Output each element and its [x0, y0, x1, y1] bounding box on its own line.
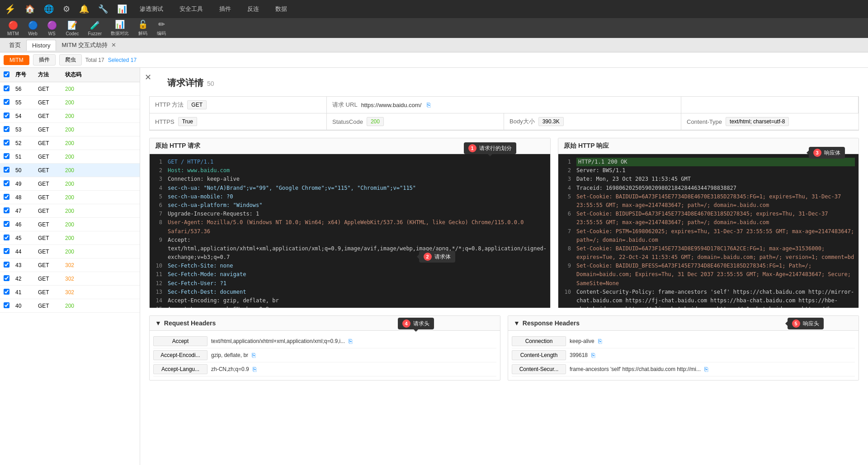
row-checkbox[interactable] — [4, 275, 9, 281]
row-method: GET — [35, 249, 62, 255]
code-line: 6sec-ch-ua-platform: "Windows" — [153, 201, 547, 210]
list-item[interactable]: 44 GET 200 — [0, 245, 140, 258]
row-checkbox[interactable] — [4, 235, 9, 240]
list-item[interactable]: 41 GET 302 — [0, 286, 140, 299]
request-code[interactable]: 1GET / HTTP/1.1 2Host: www.baidu.com 3Co… — [150, 154, 550, 308]
row-checkbox[interactable] — [4, 113, 9, 118]
row-method: GET — [35, 235, 62, 241]
response-headers-table: Connection keep-alive ⎘ Content-Length 3… — [508, 331, 859, 380]
nav-tools-icon[interactable]: 🔧 — [98, 4, 108, 14]
list-item[interactable]: 47 GET 200 — [0, 204, 140, 218]
url-copy-icon[interactable]: ⎘ — [427, 101, 430, 108]
filter-plugins[interactable]: 插件 — [33, 54, 56, 66]
copy-icon[interactable]: ⎘ — [253, 366, 256, 373]
nav-settings-icon[interactable]: ⚙ — [63, 4, 70, 14]
nav-reverse[interactable]: 反连 — [244, 3, 263, 15]
row-checkbox[interactable] — [4, 221, 9, 227]
list-item[interactable]: 52 GET 200 — [0, 136, 140, 150]
tool-data-compare[interactable]: 📊 数据对比 — [107, 19, 132, 38]
tab-history[interactable]: History — [26, 40, 56, 51]
tool-encode[interactable]: ✏ 编码 — [153, 19, 170, 38]
row-checkbox[interactable] — [4, 126, 9, 132]
code-line: 3Date: Mon, 23 Oct 2023 11:53:45 GMT — [562, 175, 855, 183]
list-item[interactable]: 43 GET 302 — [0, 258, 140, 272]
nav-pentest[interactable]: 渗透测试 — [136, 3, 167, 15]
list-item[interactable]: 53 GET 200 — [0, 123, 140, 136]
list-item[interactable]: 49 GET 200 — [0, 177, 140, 191]
request-section: 原始 HTTP 请求 1GET / HTTP/1.1 2Host: www.ba… — [149, 138, 551, 308]
row-num: 51 — [13, 154, 35, 160]
nav-data[interactable]: 数据 — [272, 3, 291, 15]
request-list: 序号 方法 状态码 56 GET 200 55 GET 200 54 GET 2… — [0, 68, 140, 465]
copy-icon[interactable]: ⎘ — [704, 366, 708, 373]
row-status: 200 — [62, 249, 94, 255]
row-status: 200 — [62, 181, 94, 187]
tool-ws[interactable]: 🟣 WS — [43, 19, 61, 37]
http-method-value: GET — [187, 100, 207, 109]
nav-bell-icon[interactable]: 🔔 — [79, 4, 89, 14]
response-code[interactable]: 1HTTP/1.1 200 OK 2Server: BWS/1.1 3Date:… — [558, 154, 859, 308]
nav-home-icon[interactable]: 🏠 — [25, 4, 35, 14]
select-all-checkbox[interactable] — [4, 71, 9, 77]
row-checkbox[interactable] — [4, 140, 9, 146]
tab-mitm-interactive[interactable]: MITM 交互式劫持 ✕ — [56, 39, 121, 51]
row-method: GET — [35, 181, 62, 187]
copy-icon[interactable]: ⎘ — [591, 352, 595, 359]
tool-fuzzer[interactable]: 🧪 Fuzzer — [84, 19, 105, 37]
tool-codec[interactable]: 📝 Codec — [62, 19, 83, 37]
header-status: 状态码 — [62, 71, 94, 79]
list-item[interactable]: 56 GET 200 — [0, 82, 140, 96]
request-headers-title[interactable]: ▼ Request Headers — [150, 316, 500, 331]
nav-plugins[interactable]: 插件 — [216, 3, 235, 15]
list-item[interactable]: 40 GET 200 — [0, 299, 140, 313]
list-item[interactable]: 46 GET 200 — [0, 218, 140, 231]
header-method: 方法 — [35, 71, 62, 79]
row-checkbox[interactable] — [4, 167, 9, 173]
code-line: 13Sec-Fetch-Dest: document — [153, 288, 547, 296]
copy-icon[interactable]: ⎘ — [598, 338, 602, 345]
tool-mitm[interactable]: 🔴 MITM — [4, 19, 23, 37]
row-checkbox[interactable] — [4, 289, 9, 295]
row-checkbox[interactable] — [4, 85, 9, 91]
row-checkbox[interactable] — [4, 262, 9, 268]
row-status: 200 — [62, 140, 94, 146]
tool-web[interactable]: 🔵 Web — [24, 19, 42, 37]
row-method: GET — [35, 276, 62, 282]
list-item[interactable]: 45 GET 200 — [0, 231, 140, 245]
code-line: 12Sec-Fetch-User: ?1 — [153, 279, 547, 288]
row-num: 44 — [13, 249, 35, 255]
row-method: GET — [35, 113, 62, 119]
tab-home[interactable]: 首页 — [4, 39, 26, 51]
nav-data-icon[interactable]: 📊 — [117, 4, 127, 14]
row-status: 200 — [62, 208, 94, 214]
nav-security-tools[interactable]: 安全工具 — [176, 3, 207, 15]
row-checkbox[interactable] — [4, 302, 9, 308]
row-checkbox[interactable] — [4, 99, 9, 105]
close-button[interactable]: ✕ — [145, 72, 151, 82]
row-checkbox[interactable] — [4, 248, 9, 254]
list-item[interactable]: 54 GET 200 — [0, 109, 140, 123]
tab-close-icon[interactable]: ✕ — [111, 42, 116, 48]
list-item[interactable]: 48 GET 200 — [0, 191, 140, 204]
main-area: 序号 方法 状态码 56 GET 200 55 GET 200 54 GET 2… — [0, 68, 868, 465]
row-checkbox[interactable] — [4, 194, 9, 200]
code-line: 8Set-Cookie: BAIDUID=6A73F145E7734D8E959… — [562, 244, 855, 262]
row-checkbox[interactable] — [4, 153, 9, 159]
header-name: Accept-Encodi... — [153, 350, 208, 360]
list-item[interactable]: 42 GET 302 — [0, 272, 140, 286]
list-item[interactable]: 51 GET 200 — [0, 150, 140, 164]
second-nav: 🔴 MITM 🔵 Web 🟣 WS 📝 Codec 🧪 Fuzzer 📊 数据对… — [0, 18, 868, 38]
code-line: 7Set-Cookie: PSTM=1698062025; expires=Th… — [562, 227, 855, 244]
filter-crawler[interactable]: 爬虫 — [59, 54, 82, 66]
list-item[interactable]: 55 GET 200 — [0, 96, 140, 109]
filter-mitm[interactable]: MITM — [4, 55, 29, 65]
tool-decode[interactable]: 🔓 解码 — [134, 19, 151, 38]
nav-globe-icon[interactable]: 🌐 — [44, 4, 54, 14]
copy-icon[interactable]: ⎘ — [252, 352, 255, 359]
copy-icon[interactable]: ⎘ — [349, 338, 352, 345]
list-item[interactable]: 50 GET 200 — [0, 164, 140, 177]
row-checkbox[interactable] — [4, 207, 9, 213]
row-num: 53 — [13, 127, 35, 133]
row-checkbox[interactable] — [4, 180, 9, 186]
header-name: Connection — [512, 336, 566, 346]
